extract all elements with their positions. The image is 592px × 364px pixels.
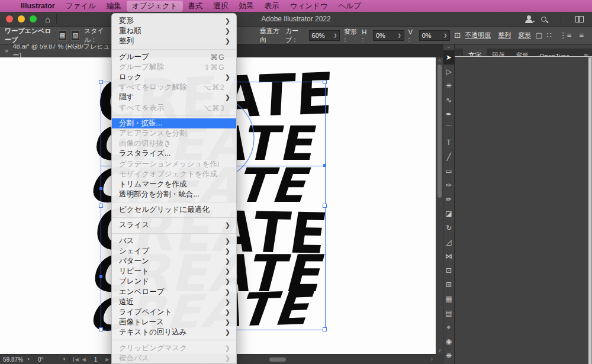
- menu-item[interactable]: ❯: [112, 233, 236, 234]
- menubar-item[interactable]: オブジェクト: [127, 1, 183, 12]
- menubar-item[interactable]: 書式: [183, 1, 208, 12]
- rectangle-tool[interactable]: ▭: [443, 164, 454, 178]
- zoom-dropdown-icon[interactable]: ▼: [27, 357, 30, 361]
- menu-item[interactable]: ❯: [112, 217, 236, 218]
- panel-link[interactable]: 変形: [518, 31, 531, 40]
- lasso-tool[interactable]: ∿: [443, 93, 454, 107]
- warp-horizontal-icon[interactable]: ▦: [58, 30, 67, 41]
- symbol-sprayer-tool[interactable]: ❋: [443, 349, 454, 363]
- panel-link[interactable]: 整列: [498, 31, 511, 40]
- menu-item[interactable]: クリッピングマスク ❯: [112, 343, 236, 353]
- workspace-switcher-icon[interactable]: ⋮≡: [559, 31, 572, 40]
- selection-handle[interactable]: [99, 327, 103, 331]
- menu-item[interactable]: 画像の切り抜き ❯: [112, 138, 236, 149]
- warp-vertical-icon[interactable]: ▧: [71, 30, 80, 41]
- arrange-documents-icon[interactable]: [455, 56, 592, 364]
- minimize-window-button[interactable]: [18, 15, 25, 22]
- scroll-down-icon[interactable]: ˅: [436, 348, 443, 353]
- blend-tool[interactable]: ◉: [443, 334, 454, 349]
- paintbrush-tool[interactable]: ✑: [443, 178, 454, 192]
- next-artboard-icon[interactable]: ▶: [105, 357, 109, 362]
- invite-user-icon[interactable]: [525, 15, 533, 23]
- scale-tool[interactable]: ◿: [443, 235, 454, 249]
- close-tab-icon[interactable]: ×: [5, 47, 8, 54]
- horizontal-scroll-thumb[interactable]: [269, 357, 286, 362]
- menu-item[interactable]: トリムマークを作成 ❯: [112, 179, 236, 189]
- menu-item[interactable]: 画像トレース ❯: [112, 317, 236, 327]
- menubar-item[interactable]: ヘルプ: [333, 1, 366, 12]
- menu-item[interactable]: スライス ❯: [112, 220, 236, 230]
- panel-menu-icon[interactable]: ≡: [579, 31, 584, 40]
- selection-handle[interactable]: [323, 204, 327, 208]
- selection-handle[interactable]: [323, 80, 327, 84]
- menu-item[interactable]: ライブペイント ❯: [112, 307, 236, 317]
- rotation-value[interactable]: 0°: [38, 356, 44, 363]
- menu-item[interactable]: 重ね順 ❯: [112, 26, 236, 36]
- selection-handle[interactable]: [99, 80, 103, 84]
- menubar-item[interactable]: ウィンドウ: [285, 1, 333, 12]
- selection-tool[interactable]: ➤: [443, 50, 454, 65]
- scroll-up-icon[interactable]: ˄: [436, 58, 443, 63]
- curve-input[interactable]: 60%❯: [309, 30, 340, 41]
- menu-item[interactable]: アピアランスを分割 ❯: [112, 128, 236, 138]
- menu-item[interactable]: ❯: [112, 202, 236, 202]
- h-input[interactable]: 0%❯: [373, 30, 404, 41]
- menu-item[interactable]: グループ ⌘G ❯: [112, 52, 236, 62]
- selection-handle[interactable]: [323, 327, 327, 331]
- menu-item[interactable]: ❯: [112, 340, 236, 340]
- menu-item[interactable]: 分割・拡張... ❯: [112, 118, 236, 128]
- panel-link[interactable]: 不透明度: [465, 31, 491, 40]
- menu-item[interactable]: シェイプ ❯: [112, 246, 236, 256]
- shape-builder-tool[interactable]: ⊞: [443, 278, 454, 292]
- menu-item[interactable]: 変形 ❯: [112, 16, 236, 26]
- mesh-tool[interactable]: ▦: [443, 292, 454, 306]
- zoom-level[interactable]: 59.87%: [3, 356, 23, 363]
- menu-item[interactable]: 透明部分を分割・統合... ❯: [112, 189, 236, 199]
- eraser-tool[interactable]: ◪: [443, 207, 454, 221]
- magic-wand-tool[interactable]: ✳: [443, 79, 454, 93]
- rotation-dropdown-icon[interactable]: ▼: [62, 357, 66, 361]
- menu-item[interactable]: ❯: [112, 49, 236, 50]
- scroll-right-icon[interactable]: ›: [431, 356, 433, 362]
- menu-item[interactable]: ❯: [112, 115, 236, 116]
- rotate-tool[interactable]: ↻: [443, 221, 454, 235]
- menu-item[interactable]: エンベロープ ❯: [112, 287, 236, 297]
- menu-item[interactable]: すべてを表示 ⌥⌘3 ❯: [112, 103, 236, 113]
- close-window-button[interactable]: [6, 15, 13, 22]
- menubar-item[interactable]: 編集: [101, 1, 127, 12]
- line-segment-tool[interactable]: ╱: [443, 150, 454, 164]
- pen-tool[interactable]: ✒: [443, 107, 454, 121]
- menu-item[interactable]: テキストの回り込み ❯: [112, 327, 236, 337]
- selection-handle[interactable]: [99, 204, 103, 208]
- anchor-point[interactable]: [99, 275, 102, 278]
- curvature-tool[interactable]: ⌒: [443, 121, 454, 136]
- workspace-layout-icon[interactable]: [575, 16, 584, 22]
- free-transform-tool[interactable]: ⊡: [443, 263, 454, 278]
- toolbar-grip[interactable]: ▪▪: [443, 44, 454, 50]
- menu-item[interactable]: 隠す ❯: [112, 92, 236, 102]
- width-tool[interactable]: ⋈: [443, 249, 454, 263]
- first-artboard-icon[interactable]: ◀: [73, 357, 78, 362]
- menu-item[interactable]: ピクセルグリッドに最適化 ❯: [112, 205, 236, 215]
- menu-item[interactable]: ラスタライズ... ❯: [112, 149, 236, 159]
- menu-item[interactable]: 遠近 ❯: [112, 297, 236, 307]
- menu-item[interactable]: リピート ❯: [112, 266, 236, 276]
- dialog-toggle-icon[interactable]: ⊡: [454, 31, 461, 40]
- menu-item[interactable]: パス ❯: [112, 236, 236, 246]
- home-icon[interactable]: ⌂: [45, 15, 50, 24]
- direct-selection-tool[interactable]: ▷: [443, 65, 454, 79]
- menu-item[interactable]: ロック ❯: [112, 72, 236, 82]
- menu-item[interactable]: 複合パス ❯: [112, 353, 236, 363]
- menu-item[interactable]: すべてをロック解除 ⌥⌘2 ❯: [112, 82, 236, 92]
- menubar-item[interactable]: 効果: [234, 1, 259, 12]
- menu-item[interactable]: ブレンド ❯: [112, 276, 236, 286]
- menubar-item[interactable]: ファイル: [60, 1, 101, 12]
- gradient-tool[interactable]: ▤: [443, 306, 454, 320]
- v-input[interactable]: 0%❯: [419, 30, 451, 41]
- menu-item[interactable]: パターン ❯: [112, 256, 236, 266]
- menu-item[interactable]: 整列 ❯: [112, 36, 236, 46]
- vertical-scroll-thumb[interactable]: [437, 65, 442, 198]
- type-tool[interactable]: T: [443, 136, 454, 150]
- anchor-point[interactable]: [323, 164, 326, 167]
- menu-item[interactable]: モザイクオブジェクトを作成... ❯: [112, 169, 236, 179]
